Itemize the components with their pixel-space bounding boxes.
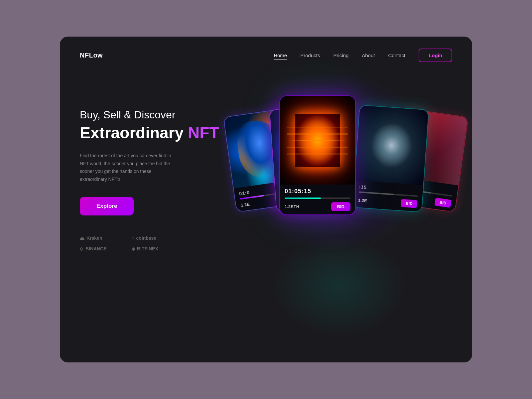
browser-window: NFLow Home Products Pricing About Contac… — [60, 37, 472, 362]
nft-card-4-info: :15 1.2E BID — [353, 181, 423, 212]
art-tunnel — [280, 96, 355, 185]
nav-pricing[interactable]: Pricing — [333, 53, 348, 58]
login-button[interactable]: Login — [419, 49, 452, 62]
coinbase-icon: ○ — [131, 235, 134, 241]
coinbase-label: coinbase — [136, 235, 156, 241]
nft-cards-area: 01:0 1.2E 01:0 — [219, 89, 452, 322]
nft-card-3-bid-button[interactable]: BID — [331, 202, 350, 211]
nft-card-4-bottom: 1.2E BID — [358, 196, 417, 208]
partner-bitfinex: ◈ BITFINEX — [131, 246, 173, 251]
navigation: Home Products Pricing About Contact Logi… — [274, 49, 452, 62]
binance-label: BINANCE — [85, 246, 107, 251]
hero-title-white: Extraordinary — [80, 124, 184, 142]
kraken-icon: ⛰ — [80, 235, 84, 241]
nft-card-1-price: 1.2E — [240, 201, 250, 208]
nft-card-3-timer: 01:05:15 — [285, 188, 350, 195]
hero-title: Extraordinary NFT — [80, 124, 219, 142]
hero-description: Find the rarest of the art you can ever … — [80, 152, 173, 184]
logo: NFLow — [80, 52, 103, 59]
art-circuit — [355, 105, 428, 185]
nft-card-3-featured: 01:05:15 1.2ETH BID — [279, 95, 356, 215]
binance-icon: ◇ — [80, 246, 83, 251]
nft-card-3-progress-bar — [285, 198, 350, 199]
kraken-label: Kraken — [86, 235, 102, 241]
nft-card-5-bid-button[interactable]: BID — [434, 198, 452, 208]
partner-coinbase: ○ coinbase — [131, 235, 173, 241]
explore-button[interactable]: Explore — [80, 197, 134, 215]
nft-card-4-bid-button[interactable]: BID — [401, 199, 417, 208]
hero-title-highlight: NFT — [188, 124, 219, 142]
nav-contact[interactable]: Contact — [388, 53, 405, 58]
nft-card-3-progress-fill — [285, 198, 321, 199]
nav-about[interactable]: About — [362, 53, 375, 58]
nft-card-4-progress-fill — [359, 192, 394, 195]
hero-subtitle: Buy, Sell & Discover — [80, 109, 219, 121]
nft-card-4-image — [355, 105, 428, 185]
nft-card-4: :15 1.2E BID — [352, 105, 429, 212]
nav-products[interactable]: Products — [300, 53, 320, 58]
bitfinex-icon: ◈ — [131, 246, 135, 251]
hero-section: Buy, Sell & Discover Extraordinary NFT F… — [80, 89, 219, 251]
nft-card-3-bottom: 1.2ETH BID — [285, 202, 350, 211]
nft-card-3-price: 1.2ETH — [285, 204, 299, 209]
nft-card-3-image — [280, 96, 355, 185]
header: NFLow Home Products Pricing About Contac… — [60, 37, 472, 69]
nav-home[interactable]: Home — [274, 53, 287, 58]
bitfinex-label: BITFINEX — [137, 246, 158, 251]
partners-section: ⛰ Kraken ○ coinbase ◇ BINANCE ◈ BITFINEX — [80, 235, 173, 251]
nft-card-4-price: 1.2E — [358, 198, 367, 203]
nft-card-3-info: 01:05:15 1.2ETH BID — [280, 185, 355, 214]
partner-kraken: ⛰ Kraken — [80, 235, 121, 241]
main-content: Buy, Sell & Discover Extraordinary NFT F… — [60, 69, 472, 361]
partner-binance: ◇ BINANCE — [80, 246, 121, 251]
